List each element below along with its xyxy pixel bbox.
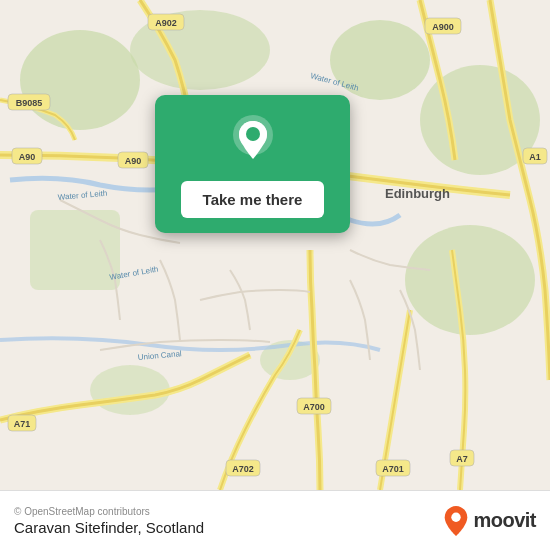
svg-text:A902: A902 [155,18,177,28]
svg-text:A702: A702 [232,464,254,474]
svg-point-8 [90,365,170,415]
svg-point-39 [246,127,260,141]
overlay-card: Take me there [155,95,350,233]
moovit-logo: moovit [443,505,536,537]
svg-text:A701: A701 [382,464,404,474]
svg-text:B9085: B9085 [16,98,43,108]
location-title: Caravan Sitefinder, Scotland [14,519,204,536]
moovit-brand-text: moovit [473,509,536,532]
svg-text:A700: A700 [303,402,325,412]
location-pin-icon [231,115,275,171]
map-svg: A902 A900 A90 A90 B9085 A1 A71 A700 A702… [0,0,550,490]
svg-point-5 [405,225,535,335]
svg-text:A90: A90 [125,156,142,166]
svg-point-1 [20,30,140,130]
map-container: A902 A900 A90 A90 B9085 A1 A71 A700 A702… [0,0,550,490]
map-attribution: © OpenStreetMap contributors [14,506,204,517]
svg-point-40 [452,512,461,521]
svg-text:A71: A71 [14,419,31,429]
bottom-info: © OpenStreetMap contributors Caravan Sit… [14,506,204,536]
svg-text:A7: A7 [456,454,468,464]
svg-text:Edinburgh: Edinburgh [385,186,450,201]
moovit-pin-icon [443,505,469,537]
take-me-there-button[interactable]: Take me there [181,181,325,218]
svg-text:A90: A90 [19,152,36,162]
svg-text:A900: A900 [432,22,454,32]
bottom-bar: © OpenStreetMap contributors Caravan Sit… [0,490,550,550]
svg-text:A1: A1 [529,152,541,162]
svg-rect-6 [30,210,120,290]
